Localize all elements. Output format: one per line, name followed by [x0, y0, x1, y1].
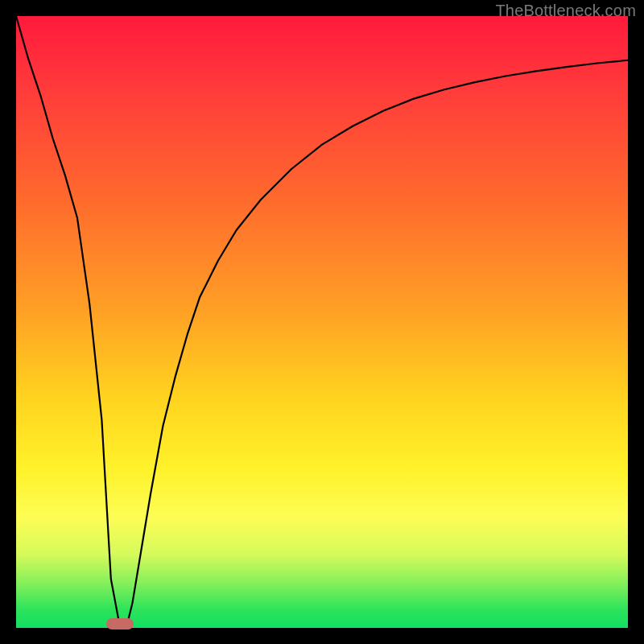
curve-svg — [16, 16, 628, 628]
optimal-marker — [106, 618, 134, 630]
plot-area — [16, 16, 628, 628]
bottleneck-curve — [16, 16, 628, 628]
chart-frame: TheBottleneck.com — [0, 0, 644, 644]
